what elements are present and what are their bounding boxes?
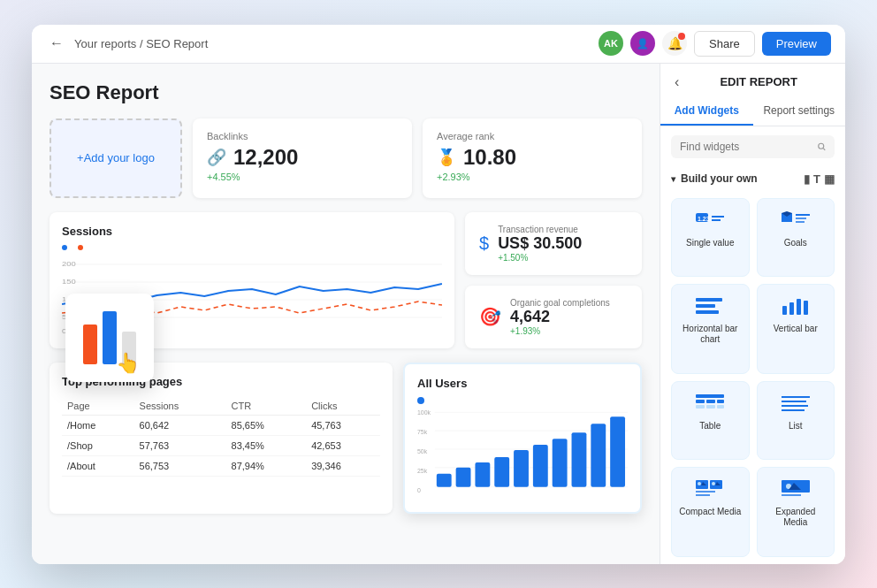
svg-rect-55	[706, 405, 715, 409]
right-panel: ‹ EDIT REPORT Add Widgets Report setting…	[660, 64, 845, 564]
goals-change: +1.93%	[510, 326, 610, 336]
svg-rect-30	[103, 311, 117, 364]
widget-label-goals: Goals	[784, 238, 807, 248]
metric-card-backlinks: Backlinks 🔗 12,200 +4.55%	[193, 118, 412, 198]
metric-label-rank: Average rank	[437, 131, 628, 141]
transaction-revenue-card: $ Transaction revenue US$ 30.500 +1.50%	[465, 212, 642, 275]
goals-value: 4,642	[510, 308, 610, 326]
right-metric-info-goals: Organic goal completions 4,642 +1.93%	[510, 298, 610, 336]
back-button[interactable]: ←	[46, 33, 67, 54]
notification-dot	[678, 33, 685, 40]
widget-icon-list	[780, 391, 812, 416]
cursor-icon: 👆	[116, 352, 140, 375]
col-ctr: CTR	[226, 397, 307, 416]
logo-card[interactable]: +Add your logo	[50, 118, 182, 198]
avatar-ak: AK	[599, 31, 623, 56]
metrics-row: +Add your logo Backlinks 🔗 12,200 +4.55%…	[50, 118, 642, 198]
svg-rect-49	[804, 301, 808, 315]
panel-back-button[interactable]: ‹	[675, 74, 679, 90]
svg-rect-45	[696, 310, 719, 314]
widget-vert-bar[interactable]: Vertical bar	[757, 284, 835, 374]
preview-button[interactable]: Preview	[762, 32, 831, 56]
all-users-card: All Users 100k 75k 50k 25k 0	[403, 363, 642, 514]
col-sessions: Sessions	[134, 397, 226, 416]
all-users-title: All Users	[417, 377, 628, 390]
svg-rect-56	[717, 405, 724, 409]
widget-icon-expanded-media	[780, 477, 812, 501]
panel-search[interactable]	[671, 135, 835, 158]
widget-icon-horiz-bar	[694, 294, 726, 318]
metric-change-rank: +2.93%	[437, 172, 628, 182]
chevron-down-icon: ▾	[671, 174, 675, 184]
metric-change: +4.55%	[207, 172, 398, 182]
widget-icon-table	[694, 391, 726, 416]
right-metrics: $ Transaction revenue US$ 30.500 +1.50% …	[465, 212, 642, 348]
table-row: /About56,75387,94%39,346	[62, 455, 380, 476]
svg-text:50k: 50k	[417, 447, 428, 454]
share-button[interactable]: Share	[694, 31, 755, 57]
svg-text:75k: 75k	[417, 429, 428, 435]
table-cell: 85,65%	[226, 415, 307, 435]
panel-header: ‹ EDIT REPORT	[660, 64, 845, 90]
floating-drag-card[interactable]: 👆	[65, 294, 154, 382]
legend-dot-blue	[62, 245, 67, 250]
panel-title: EDIT REPORT	[686, 75, 831, 88]
breadcrumb: Your reports / SEO Report	[74, 37, 208, 50]
top-bar-left: ← Your reports / SEO Report	[46, 33, 588, 54]
revenue-value: US$ 30.500	[498, 234, 582, 253]
svg-rect-19	[437, 473, 452, 486]
table-cell: 39,346	[306, 455, 380, 476]
report-title: SEO Report	[50, 81, 642, 104]
widget-expanded-media[interactable]: Expanded Media	[757, 467, 835, 557]
widget-single-value[interactable]: 1.23 Single value	[671, 198, 750, 278]
bar-icon: ▮	[804, 172, 810, 186]
svg-point-62	[698, 482, 701, 485]
svg-text:0: 0	[417, 486, 421, 493]
goals-label: Organic goal completions	[510, 298, 610, 308]
table-cell: 57,763	[134, 435, 226, 455]
col-clicks: Clicks	[306, 397, 380, 416]
widget-icon-vert-bar	[780, 294, 812, 318]
svg-text:100k: 100k	[417, 409, 431, 416]
widget-label-table: Table	[699, 421, 721, 431]
svg-rect-43	[696, 298, 722, 302]
col-page: Page	[62, 397, 134, 416]
widget-list[interactable]: List	[757, 381, 835, 461]
svg-rect-24	[533, 445, 548, 487]
rank-icon: 🏅	[437, 148, 456, 167]
tab-add-widgets[interactable]: Add Widgets	[660, 97, 753, 126]
widget-table[interactable]: Table	[671, 381, 750, 461]
all-users-chart: 100k 75k 50k 25k 0	[417, 408, 628, 496]
widget-horiz-bar[interactable]: Horizontal bar chart	[671, 284, 750, 374]
svg-rect-46	[782, 306, 787, 315]
svg-rect-44	[696, 304, 715, 308]
widget-icon-single-value: 1.23	[694, 208, 726, 233]
widget-label-list: List	[789, 421, 803, 431]
target-icon: 🎯	[479, 306, 501, 327]
svg-point-65	[712, 482, 715, 485]
revenue-label: Transaction revenue	[498, 225, 582, 234]
dollar-icon: $	[479, 233, 489, 254]
table-cell: 45,763	[306, 415, 380, 435]
widget-compact-media[interactable]: Compact Media	[671, 467, 750, 557]
legend-item-orange	[78, 245, 83, 250]
widgets-grid: 1.23 Single value	[660, 191, 845, 564]
notification-button[interactable]: 🔔	[662, 31, 687, 56]
report-area: SEO Report +Add your logo Backlinks 🔗 12…	[32, 64, 660, 564]
widget-goals[interactable]: Goals	[757, 198, 835, 278]
svg-rect-21	[475, 462, 490, 486]
sessions-title: Sessions	[62, 225, 442, 238]
svg-text:25k: 25k	[417, 467, 428, 473]
svg-rect-28	[610, 416, 625, 486]
svg-rect-29	[83, 325, 97, 364]
svg-rect-50	[696, 394, 724, 398]
data-table: Page Sessions CTR Clicks /Home60,64285,6…	[62, 397, 380, 477]
search-input[interactable]	[680, 141, 812, 153]
top-bar-right: AK 👤 🔔 Share Preview	[599, 31, 831, 57]
tab-report-settings[interactable]: Report settings	[753, 97, 846, 126]
panel-section-build: ▾ Build your own ▮ T ▦	[660, 167, 845, 191]
svg-text:150: 150	[62, 278, 76, 285]
table-cell: /Shop	[62, 435, 134, 455]
metric-card-rank: Average rank 🏅 10.80 +2.93%	[423, 118, 642, 198]
svg-text:200: 200	[62, 260, 76, 267]
